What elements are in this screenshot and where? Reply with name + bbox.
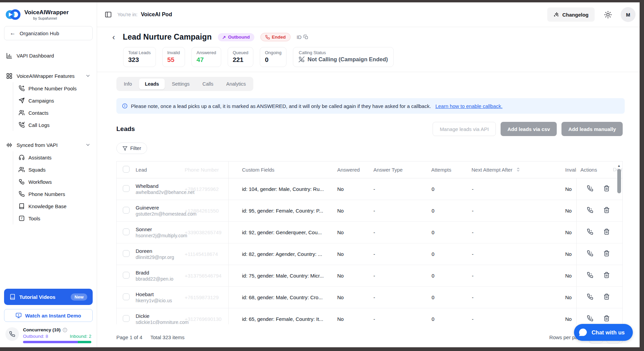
- custom-fields-cell: id: 104, gender: Male, Country: Ru...: [228, 178, 335, 200]
- column-next-attempt-after: Next Attempt After: [469, 161, 553, 178]
- sidebar-item-knowledge-base[interactable]: Knowledge Base: [17, 200, 93, 212]
- tab-analytics[interactable]: Analytics: [221, 79, 252, 89]
- call-lead-button[interactable]: [586, 184, 594, 193]
- sidebar-item-assistants[interactable]: Assistants: [17, 151, 93, 163]
- invalid-cell: No: [553, 308, 576, 324]
- info-icon: [122, 103, 128, 109]
- delete-lead-button[interactable]: [603, 293, 611, 302]
- users-icon: [19, 167, 25, 173]
- features-subnav: Phone Number Pools Campaigns Contacts: [13, 82, 93, 131]
- calling-status-value: Not Calling (Campaign Ended): [307, 56, 388, 63]
- call-lead-button[interactable]: [586, 249, 594, 258]
- lead-phone: +76159873129: [185, 286, 228, 308]
- outbound-count: Outbound: 8: [23, 334, 48, 339]
- sidebar-item-workflows[interactable]: Workflows: [17, 176, 93, 188]
- add-leads-csv-button[interactable]: Add leads via csv: [501, 122, 557, 136]
- enable-callback-link[interactable]: Learn how to enable callback.: [435, 103, 502, 109]
- avatar[interactable]: M: [621, 7, 636, 22]
- copy-icon[interactable]: [303, 35, 308, 40]
- manage-leads-api-button[interactable]: Manage leads via API: [433, 122, 496, 136]
- stat-card: Ongoing 0: [260, 47, 286, 67]
- filter-button[interactable]: Filter: [116, 142, 147, 154]
- delete-lead-button[interactable]: [603, 249, 611, 258]
- table-header-row: Lead Phone Number Custom Fields Answered…: [117, 161, 623, 178]
- lead-cell: Hoebart hkerry1v@icio.us: [136, 286, 185, 308]
- row-checkbox[interactable]: [123, 207, 130, 214]
- chat-with-us-button[interactable]: Chat with us: [574, 324, 633, 341]
- row-checkbox[interactable]: [123, 315, 130, 322]
- call-lead-button[interactable]: [586, 314, 594, 323]
- sidebar-item-contacts[interactable]: Contacts: [17, 107, 93, 119]
- sidebar-toggle-button[interactable]: [103, 9, 113, 20]
- tab-leads[interactable]: Leads: [139, 79, 165, 89]
- row-checkbox[interactable]: [123, 250, 130, 257]
- topbar: You're in: VoiceAI Pod Changelog M: [97, 2, 640, 27]
- info-icon[interactable]: [63, 328, 67, 332]
- phone-call-icon: [587, 250, 593, 257]
- sidebar-item-vapi-dashboard[interactable]: VAPI Dashboard: [4, 49, 93, 62]
- function-icon: f: [19, 215, 25, 221]
- tutorial-videos-button[interactable]: Tutorial Videos New: [4, 289, 93, 305]
- column-lead: Lead: [136, 161, 185, 178]
- chat-bubble-icon: [577, 327, 588, 338]
- organization-hub-button[interactable]: ← Organization Hub: [4, 26, 93, 40]
- delete-lead-button[interactable]: [603, 206, 611, 215]
- workspace-name[interactable]: VoiceAI Pod: [141, 12, 172, 18]
- id-label: ID: [297, 35, 302, 40]
- sort-icon[interactable]: [515, 167, 521, 172]
- next-attempt-cell: -: [469, 308, 553, 324]
- lead-name: Whelband: [136, 183, 185, 189]
- outbound-badge[interactable]: ↗ Outbound: [218, 33, 254, 41]
- select-all-checkbox[interactable]: [123, 166, 130, 173]
- custom-fields-cell: id: 75, gender: Male, Country: Micr...: [228, 265, 335, 286]
- sidebar-item-phone-number-pools[interactable]: Phone Number Pools: [17, 82, 93, 94]
- changelog-button[interactable]: Changelog: [547, 7, 595, 22]
- back-button[interactable]: ‹: [111, 33, 117, 41]
- sidebar-item-phone-numbers[interactable]: Phone Numbers: [17, 188, 93, 200]
- tab-info[interactable]: Info: [118, 79, 138, 89]
- call-lead-button[interactable]: [586, 293, 594, 302]
- phone-call-icon: [587, 185, 593, 192]
- concurrency-label: Concurrency (10): [23, 327, 61, 332]
- watch-demo-button[interactable]: Watch an Instant Demo: [4, 309, 93, 322]
- delete-lead-button[interactable]: [603, 271, 611, 280]
- table-row: Sonner hsonner2j@multiply.com +339038265…: [117, 221, 623, 243]
- trash-icon: [603, 293, 610, 300]
- stat-card: Invalid 55: [162, 47, 185, 67]
- stat-card: Total Leads 323: [123, 47, 156, 67]
- delete-lead-button[interactable]: [603, 184, 611, 193]
- trash-icon: [603, 250, 610, 257]
- tab-settings[interactable]: Settings: [166, 79, 195, 89]
- campaign-stats: Total Leads 323 Invalid 55 Answered 47: [123, 47, 631, 67]
- scrollbar-thumb[interactable]: [617, 169, 621, 193]
- add-leads-manually-button[interactable]: Add leads manually: [561, 122, 623, 136]
- sidebar-item-label: Squads: [28, 167, 46, 173]
- table-row: Whelband awhelband2v@behance.net +786127…: [117, 178, 623, 200]
- delete-lead-button[interactable]: [603, 228, 611, 237]
- tab-calls[interactable]: Calls: [197, 79, 219, 89]
- actions-cell: [576, 308, 623, 324]
- panel-left-icon: [105, 11, 112, 18]
- sidebar-section-features[interactable]: VoiceAIWrapper Features: [4, 69, 93, 82]
- sidebar-item-label: Phone Numbers: [28, 191, 65, 197]
- concurrency-phone-icon: [5, 327, 19, 341]
- sidebar-item-tools[interactable]: f Tools: [17, 212, 93, 224]
- theme-toggle-button[interactable]: [604, 11, 612, 19]
- sidebar-section-synced[interactable]: Synced from VAPI: [4, 138, 93, 151]
- sidebar-item-squads[interactable]: Squads: [17, 163, 93, 176]
- call-lead-button[interactable]: [586, 206, 594, 215]
- scrollbar-up-arrow[interactable]: ▲: [617, 164, 621, 168]
- row-checkbox[interactable]: [123, 228, 130, 235]
- row-checkbox[interactable]: [123, 272, 130, 279]
- sidebar-item-label: Workflows: [28, 179, 52, 185]
- invalid-cell: No: [553, 178, 576, 200]
- answer-type-cell: -: [371, 221, 429, 243]
- call-lead-button[interactable]: [586, 271, 594, 280]
- row-checkbox[interactable]: [123, 185, 130, 192]
- sidebar-item-call-logs[interactable]: Call Logs: [17, 119, 93, 131]
- row-checkbox[interactable]: [123, 293, 130, 300]
- delete-lead-button[interactable]: [603, 314, 611, 323]
- call-lead-button[interactable]: [586, 228, 594, 237]
- sidebar-item-campaigns[interactable]: Campaigns: [17, 94, 93, 107]
- stat-value: 0: [265, 56, 281, 64]
